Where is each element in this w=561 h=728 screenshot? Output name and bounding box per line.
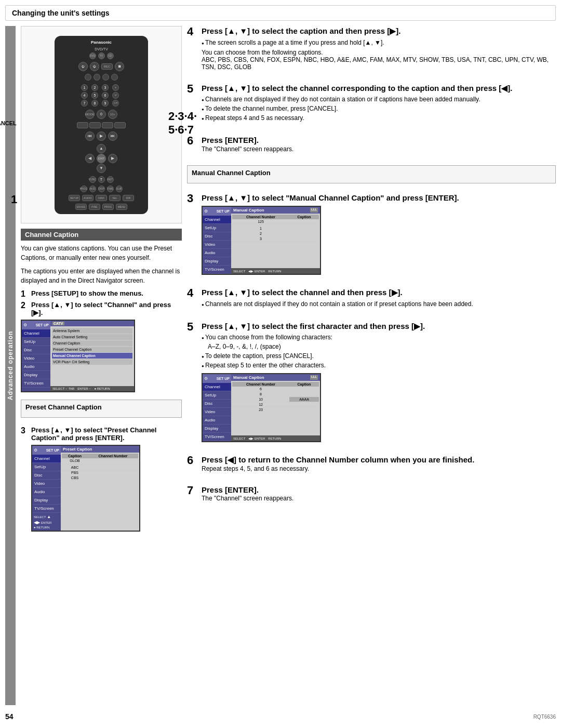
right-step-4: 4 Press [▲, ▼] to select the caption and…	[187, 26, 556, 73]
right-step-6-manual-num: 6	[187, 455, 197, 466]
preset-row-abc-ch	[88, 465, 138, 470]
right-step-6: 6 Press [ENTER]. The "Channel" screen re…	[187, 135, 556, 155]
manual-row2-23-ch: 23	[232, 407, 289, 413]
manual-screen-2-select: SELECT	[233, 437, 245, 440]
page-footer: 54 RQT6636	[5, 710, 556, 723]
manual-caption-box-title: Manual Channel Caption	[192, 169, 551, 177]
remote-ch: CH	[112, 100, 119, 107]
remote-num-6: 6	[102, 92, 109, 99]
remote-btn-power1: ⏻	[78, 62, 88, 71]
step-3-preset: 3 Press [▲, ▼] to select "Preset Channel…	[21, 426, 182, 532]
remote-btn-right: ▶	[108, 154, 117, 163]
manual-col-cap-2: Caption	[289, 382, 319, 387]
step-2-num: 2	[21, 301, 29, 310]
manual-menu-channel-2: Channel	[203, 383, 231, 391]
step5-bullet1: Channels are not displayed if they do no…	[202, 95, 556, 104]
menu-video: Video	[22, 354, 50, 363]
remote-area: CANCEL Panasonic DVD/TV DVD TV CD ⏻ ⏻ RE…	[21, 26, 182, 223]
remote-num-1: 1	[81, 84, 88, 91]
menu-preset-caption: Preset Channel Caption	[52, 347, 132, 352]
step1-label: 1	[11, 193, 17, 206]
manual-screen-1-badge: LLL	[310, 208, 318, 213]
menu-manual-caption: Manual Channel Caption	[52, 353, 132, 359]
channel-caption-desc2: The captions you enter are displayed whe…	[21, 267, 182, 285]
manual-col-ch-2: Channel Number	[232, 382, 289, 387]
step-2: 2 Press [▲, ▼] to select "Channel" and p…	[21, 301, 182, 316]
preset-menu-video: Video	[32, 480, 61, 488]
remote-btn-nav3	[102, 122, 113, 128]
remote-num-9: 9	[102, 100, 109, 107]
manual-menu-disc-1: Disc	[203, 232, 231, 241]
manual-setup-icon-2: ⚙	[204, 376, 208, 381]
right-step-4-title: Press [▲, ▼] to select the caption and t…	[202, 26, 556, 36]
preset-caption-box-title: Preset Channel Caption	[25, 403, 177, 411]
manual-row2-10-cap: AAAA	[289, 397, 319, 402]
manual-row2-12-ch: 12	[232, 402, 289, 407]
manual-menu-tvscreen-1: TV/Screen	[203, 266, 231, 274]
remote-btn-cd: CD	[107, 52, 114, 59]
manual-screen-2-bottom: SELECT ◀▶ ENTER RETURN	[231, 435, 320, 441]
page-title: Changing the unit's settings	[5, 5, 556, 21]
remote-btn-dvd: DVD	[89, 52, 96, 59]
remote-btn-select: SEL	[109, 195, 121, 201]
remote-btn-navi: NAVI	[96, 195, 107, 201]
right-step-5-title: Press [▲, ▼] to select the channel corre…	[202, 83, 556, 94]
manual-row2-10-ch: 10	[232, 397, 289, 402]
step4-note: You can choose from the following captio…	[202, 49, 556, 56]
manual-row2-6-cap	[289, 387, 319, 392]
menu-display: Display	[22, 371, 50, 379]
remote-btn-nav2	[89, 122, 101, 128]
sidebar-label: Advanced operation	[5, 26, 16, 705]
remote-num-8: 8	[91, 100, 98, 107]
menu-disc: Disc	[22, 346, 50, 354]
right-step-6-title: Press [ENTER].	[202, 135, 556, 145]
remote-btn-fine: FINE	[89, 204, 100, 210]
remote-vol: V	[112, 92, 119, 99]
steps-label: 2·3·4· 5·6·7	[168, 110, 197, 137]
manual-menu-audio-2: Audio	[203, 416, 231, 425]
step-1-num: 1	[21, 289, 29, 299]
step-2-text: Press [▲, ▼] to select "Channel" and pre…	[31, 301, 182, 316]
step5-bullet2: To delete the channel number, press [CAN…	[202, 104, 556, 113]
right-step-5-num: 5	[187, 83, 197, 95]
remote-btn-10: 10+	[108, 110, 117, 119]
preset-row-glob-ch	[88, 458, 138, 464]
preset-row-pbs-cap: PBS	[62, 470, 88, 475]
preset-menu-disc: Disc	[32, 471, 61, 480]
manual-menu-tvscreen-2: TV/Screen	[203, 433, 231, 441]
remote-btn-return: RET	[107, 176, 114, 183]
manual-row-125-cap	[289, 219, 319, 224]
remote-vcr3	[102, 74, 109, 81]
remote-num-5: 5	[91, 92, 98, 99]
screen-catv-badge: CATV	[52, 322, 64, 325]
right-step-6-manual: 6 Press [◀] to return to the Channel Num…	[187, 455, 556, 474]
remote-btn-disp: DISP	[98, 186, 105, 192]
screen-select-label: SELECT→ TAB	[52, 387, 74, 390]
step-1-text: Press [SETUP] to show the menus.	[31, 289, 143, 297]
screen-enter-label: ENTER→	[77, 387, 91, 390]
step-1: 1 Press [SETUP] to show the menus.	[21, 289, 182, 299]
manual-row2-6-ch: 6	[232, 387, 289, 392]
remote-btn-power2: ⏻	[90, 62, 99, 71]
manual-row-2-ch: 2	[232, 231, 289, 236]
right-step-4-manual: 4 Press [▲, ▼] to select the channel and…	[187, 287, 556, 311]
screen-return-label: ● RETURN	[94, 387, 110, 390]
manual-row2-8-cap	[289, 392, 319, 397]
preset-menu-tvscreen: TV/Screen	[32, 505, 61, 513]
manual-row-3-ch: 3	[232, 236, 289, 242]
right-step-5-manual-title: Press [▲, ▼] to select the first charact…	[202, 321, 556, 332]
manual-screen-1-return: RETURN	[268, 270, 281, 273]
manual-menu-channel-1: Channel	[203, 216, 231, 224]
manual-menu-video-1: Video	[203, 241, 231, 249]
step5-manual-bullet1: You can choose from the following charac…	[202, 333, 556, 342]
remote-btn-t: T	[98, 176, 105, 183]
manual-row-2-cap	[289, 231, 319, 236]
manual-row-1-cap	[289, 226, 319, 231]
product-code: RQT6636	[533, 714, 556, 720]
remote-btn-up: ▲	[97, 144, 106, 153]
remote-btn-play: ▶	[97, 131, 106, 141]
manual-row2-12-cap	[289, 402, 319, 407]
remote-btn-nav4	[114, 122, 126, 128]
right-step-4-manual-title: Press [▲, ▼] to select the channel and t…	[202, 287, 556, 298]
right-step-5-manual-num: 5	[187, 321, 197, 333]
